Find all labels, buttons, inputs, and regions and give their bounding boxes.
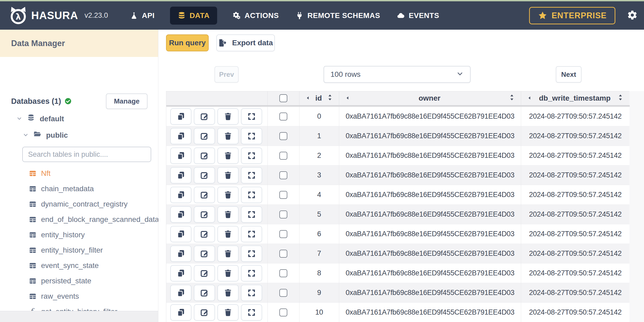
column-title[interactable]: id [315,94,322,102]
clone-row-button[interactable] [170,206,191,223]
sidebar-table-label: persisted_state [41,277,91,285]
delete-row-button[interactable] [217,285,239,301]
row-checkbox[interactable] [279,191,287,199]
expand-row-button[interactable] [241,187,262,203]
delete-row-button[interactable] [217,147,239,164]
nav-item-remote-schemas[interactable]: REMOTE SCHEMAS [294,7,381,25]
delete-row-button[interactable] [217,206,239,223]
collapse-column-icon[interactable] [305,94,311,102]
chevron-down-icon[interactable] [16,115,22,123]
expand-row-button[interactable] [241,226,262,242]
clone-row-button[interactable] [170,245,191,262]
column-title[interactable]: owner [419,94,440,102]
edit-row-button[interactable] [194,245,215,262]
edit-row-button[interactable] [194,187,215,203]
sort-icon[interactable] [509,94,515,103]
rows-per-page-select[interactable]: 100 rows [324,66,471,83]
row-checkbox[interactable] [279,171,287,179]
sidebar-table-item[interactable]: ƒx entity_history [29,227,153,243]
edit-row-button[interactable] [194,285,215,301]
hasura-brand[interactable]: λ HASURA [9,6,78,25]
sort-icon[interactable] [327,94,333,103]
expand-row-button[interactable] [241,206,262,223]
sidebar-table-item[interactable]: ƒx raw_events [29,289,153,304]
expand-row-button[interactable] [241,147,262,164]
delete-row-button[interactable] [217,304,239,321]
clone-row-button[interactable] [170,304,191,321]
next-page-button[interactable]: Next [556,66,582,83]
delete-row-button[interactable] [217,187,239,203]
expand-row-button[interactable] [241,245,262,262]
row-checkbox[interactable] [279,250,287,258]
row-checkbox[interactable] [279,289,287,297]
delete-row-button[interactable] [217,167,239,184]
prev-page-button[interactable]: Prev [214,66,239,83]
clone-row-button[interactable] [170,285,191,301]
clone-row-button[interactable] [170,128,191,144]
row-checkbox[interactable] [279,113,287,120]
sidebar-table-item[interactable]: ƒx end_of_block_range_scanned_data [29,212,153,227]
table-search-input[interactable] [28,150,145,159]
manage-button[interactable]: Manage [106,93,147,109]
expand-row-button[interactable] [241,108,262,125]
tree-node-schema[interactable]: public [23,130,68,140]
clone-row-button[interactable] [170,147,191,164]
run-query-button[interactable]: Run query [166,34,209,51]
select-all-checkbox[interactable] [279,94,287,102]
edit-row-button[interactable] [194,206,215,223]
row-checkbox[interactable] [279,230,287,238]
clone-row-button[interactable] [170,108,191,125]
expand-row-button[interactable] [241,265,262,281]
enterprise-button[interactable]: ENTERPRISE [529,7,615,24]
clone-row-button[interactable] [170,187,191,203]
sidebar-table-item[interactable]: ƒx dynamic_contract_registry [29,196,153,212]
delete-row-button[interactable] [217,108,239,125]
collapse-column-icon[interactable] [345,94,350,102]
expand-row-button[interactable] [241,128,262,144]
header-timestamp-cell[interactable]: db_write_timestamp [521,91,629,105]
clone-row-button[interactable] [170,167,191,184]
clone-row-button[interactable] [170,265,191,281]
column-title[interactable]: db_write_timestamp [539,94,611,102]
nav-item-actions[interactable]: ACTIONS [231,7,280,25]
nav-items: API DATA ACTIONS REMOTE SCHEMAS EVENTS [129,7,440,25]
edit-row-button[interactable] [194,108,215,125]
edit-row-button[interactable] [194,226,215,242]
chevron-down-icon[interactable] [23,131,29,140]
row-checkbox[interactable] [279,152,287,160]
sidebar-table-item[interactable]: ƒx Nft [29,166,153,181]
edit-row-button[interactable] [194,265,215,281]
row-checkbox[interactable] [279,211,287,218]
databases-label: Databases (1) [11,97,61,106]
delete-row-button[interactable] [217,245,239,262]
delete-row-button[interactable] [217,226,239,242]
header-owner-cell[interactable]: owner [339,91,521,105]
sidebar-table-item[interactable]: ƒx chain_metadata [29,181,153,196]
edit-row-button[interactable] [194,128,215,144]
edit-row-button[interactable] [194,304,215,321]
sidebar-table-item[interactable]: ƒx entity_history_filter [29,243,153,258]
header-id-cell[interactable]: id [299,91,339,105]
nav-item-events[interactable]: EVENTS [396,7,440,25]
tree-node-database[interactable]: default [16,114,64,124]
sidebar-table-item[interactable]: ƒx persisted_state [29,273,153,289]
row-checkbox[interactable] [279,308,287,316]
edit-icon [200,151,209,160]
expand-row-button[interactable] [241,167,262,184]
clone-row-button[interactable] [170,226,191,242]
row-checkbox[interactable] [279,132,287,140]
delete-row-button[interactable] [217,265,239,281]
nav-item-api[interactable]: API [129,7,156,25]
delete-row-button[interactable] [217,128,239,144]
export-data-button[interactable]: Export data [216,34,275,51]
sidebar-table-item[interactable]: ƒx event_sync_state [29,258,153,273]
nav-item-data[interactable]: DATA [170,7,217,25]
collapse-column-icon[interactable] [527,94,532,102]
row-checkbox[interactable] [279,269,287,277]
sort-icon[interactable] [617,94,624,103]
edit-row-button[interactable] [194,167,215,184]
expand-row-button[interactable] [241,285,262,301]
expand-row-button[interactable] [241,304,262,321]
edit-row-button[interactable] [194,147,215,164]
settings-gear-icon[interactable] [627,10,638,21]
